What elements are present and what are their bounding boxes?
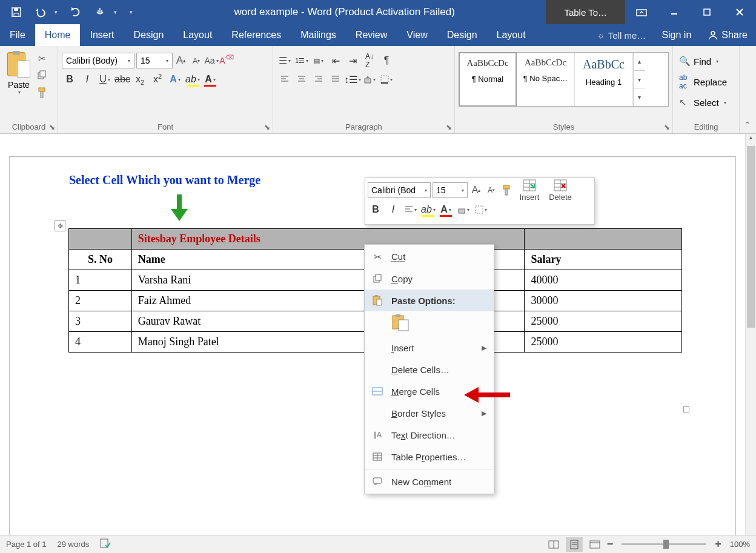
justify-icon[interactable]	[328, 71, 343, 87]
tab-review[interactable]: Review	[346, 24, 397, 46]
table-header-empty[interactable]	[69, 229, 132, 250]
line-spacing-icon[interactable]: ↕☰▾	[345, 71, 360, 87]
tab-layout[interactable]: Layout	[173, 24, 222, 46]
select-button[interactable]: ↖Select▾	[677, 94, 735, 110]
mini-bold-button[interactable]: B	[368, 202, 383, 217]
bullets-icon[interactable]: ☰▾	[277, 53, 293, 68]
status-words[interactable]: 29 words	[58, 540, 90, 549]
touch-dropdown-icon[interactable]: ▾	[114, 9, 121, 15]
format-painter-icon[interactable]	[36, 87, 47, 98]
decrease-font-icon[interactable]: A▾	[190, 53, 203, 68]
mini-insert-button[interactable]: Insert	[515, 179, 544, 202]
tab-table-design[interactable]: Design	[437, 24, 487, 46]
close-icon[interactable]	[723, 0, 756, 24]
ctx-delete-cells[interactable]: Delete Cells…	[365, 359, 494, 380]
status-proofing-icon[interactable]	[100, 538, 111, 550]
read-mode-icon[interactable]	[545, 537, 562, 552]
mini-highlight-icon[interactable]: ab▾	[420, 202, 436, 217]
mini-italic-button[interactable]: I	[385, 202, 401, 217]
borders-icon[interactable]: ▾	[379, 71, 394, 87]
mini-format-painter-icon[interactable]	[500, 183, 513, 197]
redo-icon[interactable]	[65, 2, 86, 22]
minimize-icon[interactable]	[658, 0, 691, 24]
highlight-icon[interactable]: ab▾	[185, 71, 201, 87]
web-layout-icon[interactable]	[586, 537, 603, 552]
font-size-combo[interactable]: 15▾	[136, 53, 173, 68]
scroll-thumb[interactable]	[747, 146, 755, 328]
status-page[interactable]: Page 1 of 1	[6, 540, 47, 549]
superscript-button[interactable]: x2	[150, 71, 165, 87]
numbering-icon[interactable]: 1☰▾	[294, 53, 310, 68]
mini-borders-icon[interactable]: ▾	[473, 202, 489, 217]
clear-formatting-icon[interactable]: A⌫	[220, 53, 233, 68]
mini-shading-icon[interactable]: ▾	[456, 202, 471, 217]
scroll-up-icon[interactable]: ▴	[746, 134, 756, 145]
multilevel-list-icon[interactable]: ▤▾	[311, 53, 327, 68]
increase-indent-icon[interactable]: ⇥	[345, 53, 360, 68]
mini-font-color-icon[interactable]: A▾	[438, 202, 454, 217]
font-color-icon[interactable]: A▾	[202, 71, 218, 87]
ctx-cut[interactable]: ✂Cut	[365, 246, 494, 268]
tab-design[interactable]: Design	[124, 24, 173, 46]
cell-sno[interactable]: 4	[69, 332, 132, 353]
undo-icon[interactable]	[30, 2, 51, 22]
text-effects-icon[interactable]: A▾	[167, 71, 183, 87]
cell-salary[interactable]: 30000	[525, 291, 682, 311]
tab-mailings[interactable]: Mailings	[291, 24, 346, 46]
decrease-indent-icon[interactable]: ⇤	[328, 53, 343, 68]
table-move-handle-icon[interactable]: ✥	[55, 220, 65, 231]
ctx-new-comment[interactable]: New Comment	[365, 471, 494, 492]
ctx-insert[interactable]: Insert▶	[365, 337, 494, 359]
align-right-icon[interactable]	[311, 71, 327, 87]
touch-mode-icon[interactable]	[90, 2, 110, 22]
increase-font-icon[interactable]: A▴	[174, 53, 188, 68]
mini-align-icon[interactable]: ▾	[403, 202, 419, 217]
cut-icon[interactable]: ✂	[36, 53, 47, 64]
underline-button[interactable]: U▾	[97, 71, 113, 87]
print-layout-icon[interactable]	[566, 537, 583, 552]
replace-button[interactable]: abacReplace	[677, 71, 735, 93]
ctx-border-styles[interactable]: Border Styles▶	[365, 402, 494, 424]
clipboard-launcher-icon[interactable]: ⬊	[49, 123, 55, 131]
font-launcher-icon[interactable]: ⬊	[264, 123, 270, 131]
zoom-slider[interactable]	[622, 543, 706, 545]
qa-customize-icon[interactable]: ▾	[130, 9, 137, 15]
gallery-down-icon[interactable]: ▾	[634, 71, 645, 89]
gallery-more-icon[interactable]: ▾	[634, 88, 645, 106]
paragraph-launcher-icon[interactable]: ⬊	[446, 123, 452, 131]
style-no-spacing[interactable]: AaBbCcDc¶ No Spac…	[517, 53, 575, 106]
maximize-icon[interactable]	[691, 0, 723, 24]
tab-file[interactable]: File	[0, 24, 35, 46]
mini-decrease-font-icon[interactable]: A▾	[485, 183, 498, 197]
style-normal[interactable]: AaBbCcDc¶ Normal	[459, 52, 517, 107]
cell-sno[interactable]: 1	[69, 270, 132, 291]
strikethrough-button[interactable]: abc	[114, 71, 130, 87]
show-marks-icon[interactable]: ¶	[379, 53, 394, 68]
change-case-icon[interactable]: Aa▾	[205, 53, 218, 68]
table-resize-handle-icon[interactable]	[683, 406, 689, 412]
find-button[interactable]: 🔍Find▾	[677, 53, 735, 69]
shading-icon[interactable]: ▾	[362, 71, 377, 87]
zoom-in-button[interactable]: +	[715, 538, 721, 551]
tab-view[interactable]: View	[397, 24, 437, 46]
align-center-icon[interactable]	[294, 71, 310, 87]
collapse-ribbon-icon[interactable]: ⌃	[744, 120, 751, 130]
share-button[interactable]: Share	[700, 24, 756, 46]
style-heading1[interactable]: AaBbCcHeading 1	[575, 53, 633, 106]
italic-button[interactable]: I	[79, 71, 95, 87]
ctx-table-properties[interactable]: Table Properties…	[365, 446, 494, 468]
cell-sno[interactable]: 3	[69, 311, 132, 332]
tab-insert[interactable]: Insert	[80, 24, 124, 46]
paste-button[interactable]: Paste ▾	[4, 48, 34, 95]
copy-icon[interactable]	[36, 70, 47, 81]
mini-delete-button[interactable]: Delete	[546, 179, 575, 202]
sign-in-button[interactable]: Sign in	[653, 24, 700, 46]
tab-table-layout[interactable]: Layout	[487, 24, 536, 46]
cell-sno[interactable]: 2	[69, 291, 132, 311]
bold-button[interactable]: B	[62, 71, 78, 87]
undo-dropdown-icon[interactable]: ▾	[55, 9, 62, 15]
font-family-combo[interactable]: Calibri (Body)▾	[62, 53, 134, 68]
styles-launcher-icon[interactable]: ⬊	[664, 123, 670, 131]
save-icon[interactable]	[6, 2, 27, 22]
zoom-out-button[interactable]: −	[607, 538, 614, 551]
